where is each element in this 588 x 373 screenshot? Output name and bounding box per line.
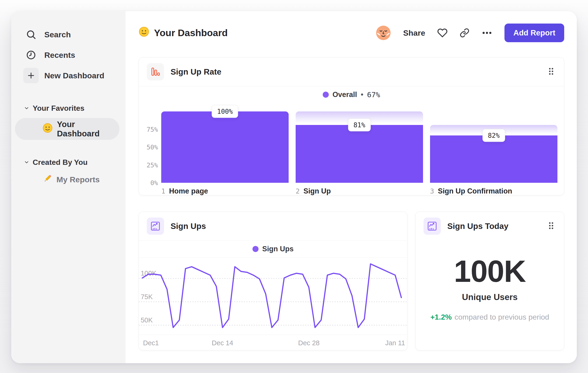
line-chart-icon: [147, 218, 164, 235]
funnel-value-badge: 82%: [483, 129, 505, 142]
metric-delta: +1.2%compared to previous period: [430, 313, 549, 322]
funnel-step-label: 1Home page: [161, 187, 289, 195]
section-title: Created By You: [33, 158, 87, 167]
svg-text:75K: 75K: [141, 293, 153, 300]
page-title: Your Dashboard: [139, 26, 228, 40]
legend-label: Overall: [333, 91, 357, 99]
line-chart-icon: [423, 218, 441, 235]
x-tick-label: Dec 28: [298, 339, 320, 347]
sidebar-item-my-reports[interactable]: My Reports: [11, 170, 126, 189]
svg-text:100K: 100K: [141, 270, 157, 277]
sidebar-item-label: Recents: [44, 50, 75, 60]
x-tick-label: Jan 11: [385, 339, 405, 347]
main-content: Your Dashboard Share: [126, 11, 577, 363]
copy-link-icon[interactable]: [460, 28, 470, 38]
sign-ups-today-card: Sign Ups Today 100K Unique Users +1.2%co…: [415, 212, 564, 350]
plus-icon: [23, 68, 39, 83]
smiley-emoji: [42, 123, 53, 135]
funnel-step-label: 3Sign Up Confirmation: [430, 187, 557, 195]
funnel-value-badge: 81%: [348, 119, 371, 131]
share-button[interactable]: Share: [403, 29, 425, 38]
card-title: Sign Ups: [171, 222, 206, 231]
legend-label: Sign Ups: [262, 245, 294, 253]
funnel-bar-3[interactable]: 82%: [430, 111, 557, 183]
funnel-value-badge: 100%: [212, 105, 238, 118]
funnel-step-label: 2Sign Up: [296, 187, 423, 195]
section-title: Your Favorites: [33, 104, 84, 113]
created-by-you-section: Created By You My Reports: [11, 155, 126, 189]
card-title: Sign Ups Today: [447, 222, 508, 231]
sidebar-item-your-dashboard[interactable]: Your Dashboard: [15, 118, 119, 140]
sidebar-item-label: Search: [44, 30, 71, 39]
metric-label: Unique Users: [462, 292, 518, 302]
avatar[interactable]: [376, 25, 391, 40]
metric-value: 100K: [454, 254, 526, 288]
favorites-section: Your Favorites Your Dashboard: [11, 101, 126, 140]
dashboard-header: Your Dashboard Share: [139, 23, 564, 43]
created-by-you-section-header[interactable]: Created By You: [11, 155, 126, 170]
smiley-emoji: [139, 26, 149, 40]
line-chart: 100K75K50K: [139, 258, 407, 335]
funnel-chart-icon: [147, 63, 164, 81]
funnel-step-labels: 1Home page2Sign Up3Sign Up Confirmation: [139, 187, 564, 195]
favorites-section-header[interactable]: Your Favorites: [11, 101, 126, 116]
sign-ups-card: Sign Ups Sign Ups 100K75K50K Dec1Dec 14D…: [139, 212, 407, 350]
sidebar-item-new-dashboard[interactable]: New Dashboard: [11, 65, 126, 86]
legend-dot: [252, 246, 259, 252]
delta-value: +1.2%: [430, 313, 452, 321]
pencil-emoji: [42, 174, 52, 185]
sidebar: Search Recents New Dashboard Your Favori…: [11, 11, 126, 363]
sidebar-item-search[interactable]: Search: [11, 24, 126, 45]
funnel-bar-1[interactable]: 100%: [161, 111, 289, 183]
sign-up-rate-card: Sign Up Rate Overall • 67% 75%50%25%0% 1…: [139, 57, 564, 195]
chevron-down-icon: [24, 160, 29, 165]
sidebar-item-label: New Dashboard: [44, 71, 104, 80]
funnel-legend[interactable]: Overall • 67%: [139, 86, 564, 103]
line-legend[interactable]: Sign Ups: [139, 241, 407, 257]
metric-body: 100K Unique Users +1.2%compared to previ…: [416, 240, 564, 350]
legend-value: 67%: [367, 91, 380, 99]
funnel-y-axis: 75%50%25%0%: [139, 111, 161, 183]
x-tick-label: Dec 14: [212, 339, 233, 347]
card-title: Sign Up Rate: [171, 67, 221, 76]
drag-handle-icon[interactable]: [546, 66, 556, 78]
add-report-button[interactable]: Add Report: [504, 24, 564, 42]
line-x-axis: Dec1Dec 14Dec 28Jan 11: [139, 335, 407, 350]
more-options-icon[interactable]: [482, 28, 492, 38]
legend-dot: [323, 92, 329, 98]
clock-icon: [23, 47, 39, 63]
funnel-bar-2[interactable]: 81%: [296, 111, 423, 183]
sidebar-item-label: Your Dashboard: [57, 120, 119, 138]
favorite-heart-icon[interactable]: [437, 28, 448, 38]
search-icon: [23, 27, 39, 42]
delta-note: compared to previous period: [454, 313, 549, 321]
line-chart-svg: 100K75K50K: [139, 258, 407, 335]
sidebar-item-recents[interactable]: Recents: [11, 45, 126, 65]
svg-text:50K: 50K: [141, 316, 153, 324]
drag-handle-icon[interactable]: [546, 220, 556, 232]
sidebar-item-label: My Reports: [56, 175, 100, 184]
app-window: Search Recents New Dashboard Your Favori…: [11, 11, 577, 363]
funnel-plot-columns: 100%81%82%: [161, 111, 557, 183]
funnel-chart: 75%50%25%0% 100%81%82%: [139, 103, 564, 183]
chevron-down-icon: [24, 105, 29, 111]
x-tick-label: Dec1: [143, 339, 159, 347]
